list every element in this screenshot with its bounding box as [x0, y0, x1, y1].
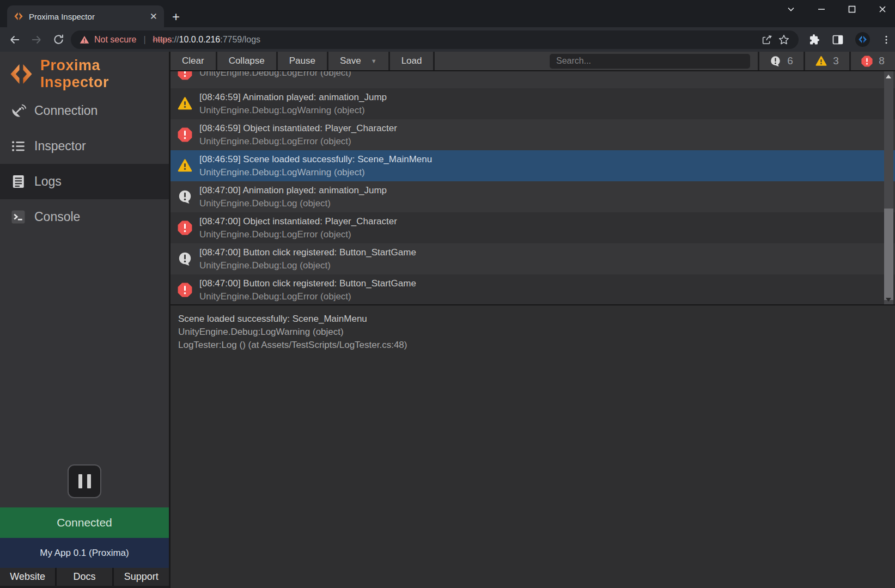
maximize-button[interactable]	[846, 3, 858, 15]
log-stack-trace: UnityEngine.Debug:LogError (object)	[199, 290, 416, 303]
scrollbar-down-arrow-icon[interactable]	[886, 298, 891, 302]
proxima-logo-icon	[9, 62, 34, 87]
log-stack-trace: UnityEngine.Debug:Log (object)	[199, 197, 387, 210]
warning-count-badge[interactable]: 3	[803, 52, 849, 70]
sidebar-item-label: Console	[34, 210, 80, 224]
log-row[interactable]: [08:47:00] Button click registered: Butt…	[171, 274, 895, 305]
scrollbar-thumb[interactable]	[884, 209, 893, 300]
clear-button[interactable]: Clear	[171, 52, 217, 70]
bookmark-star-icon[interactable]	[778, 34, 790, 46]
app-title: Proxima Inspector	[40, 57, 169, 91]
collapse-button[interactable]: Collapse	[217, 52, 278, 70]
reload-button[interactable]	[51, 33, 65, 47]
error-log-icon	[861, 56, 873, 67]
search-input[interactable]	[550, 54, 750, 69]
log-stack-trace: UnityEngine.Debug:LogWarning (object)	[199, 104, 387, 117]
pause-icon	[78, 474, 82, 488]
log-list-scrollbar[interactable]	[884, 71, 893, 304]
connection-status-badge: Connected	[0, 507, 169, 538]
sidebar-item-label: Logs	[34, 174, 62, 189]
minimize-button[interactable]	[815, 3, 827, 15]
log-stack-trace: UnityEngine.Debug:LogError (object)	[199, 228, 397, 241]
scrollbar-up-arrow-icon[interactable]	[886, 75, 891, 78]
document-lines-icon	[10, 174, 26, 189]
log-row[interactable]: [08:46:59] Object instantiated: Player_C…	[171, 119, 895, 150]
browser-menu-icon[interactable]	[881, 34, 892, 45]
footer-link-website[interactable]: Website	[0, 568, 55, 586]
save-button[interactable]: Save ▼	[328, 52, 390, 70]
side-panel-icon[interactable]	[831, 33, 844, 46]
log-level-icon	[178, 158, 192, 173]
browser-titlebar: Proxima Inspector ✕ +	[0, 0, 895, 27]
sidebar-item-logs[interactable]: Logs	[0, 164, 169, 199]
url-path: :7759/logs	[220, 35, 260, 44]
forward-button[interactable]	[29, 33, 44, 47]
log-row[interactable]: [08:46:59] Animation played: animation_J…	[171, 88, 895, 119]
satellite-dish-icon	[10, 103, 26, 119]
sidebar-nav: Connection Inspector	[0, 93, 169, 235]
detail-stack-line: LogTester:Log () (at Assets/TestScripts/…	[178, 339, 887, 352]
address-bar[interactable]: Not secure | https://10.0.0.216:7759/log…	[71, 30, 799, 49]
profile-avatar[interactable]	[855, 32, 870, 47]
tab-close-icon[interactable]: ✕	[150, 12, 157, 21]
error-count-badge[interactable]: 8	[849, 52, 895, 70]
pause-button[interactable]: Pause	[278, 52, 328, 70]
omnibox-divider: |	[143, 35, 145, 45]
log-level-icon	[178, 220, 192, 235]
url-text[interactable]: https://10.0.0.216:7759/logs	[153, 35, 261, 45]
log-stack-trace: UnityEngine.Debug:LogError (object)	[199, 135, 397, 148]
tab-title: Proxima Inspector	[29, 12, 144, 21]
log-row[interactable]: [08:46:59] Scene loaded successfully: Sc…	[171, 150, 895, 181]
info-count-badge[interactable]: 6	[758, 52, 803, 70]
log-message: [08:47:00] Button click registered: Butt…	[199, 246, 416, 259]
log-list: UnityEngine.Debug:LogError (object) [08:…	[171, 71, 895, 305]
back-button[interactable]	[8, 33, 22, 47]
not-secure-label[interactable]: Not secure	[94, 35, 136, 45]
log-row[interactable]: [08:47:00] Button click registered: Butt…	[171, 243, 895, 274]
footer-link-support[interactable]: Support	[114, 568, 169, 586]
browser-window: Proxima Inspector ✕ +	[0, 0, 895, 588]
tab-search-chevron-icon[interactable]	[785, 3, 797, 15]
app-info-bar: My App 0.1 (Proxima)	[0, 538, 169, 568]
log-message: [08:47:00] Object instantiated: Player_C…	[199, 215, 397, 228]
footer-link-docs[interactable]: Docs	[57, 568, 112, 586]
log-message: [08:46:59] Animation played: animation_J…	[199, 91, 387, 104]
log-row[interactable]: [08:47:00] Object instantiated: Player_C…	[171, 212, 895, 243]
extensions-puzzle-icon[interactable]	[807, 33, 820, 46]
sidebar-item-console[interactable]: Console	[0, 199, 169, 235]
info-log-icon	[770, 56, 781, 67]
new-tab-button[interactable]: +	[172, 9, 180, 24]
log-row[interactable]: UnityEngine.Debug:LogError (object)	[171, 71, 895, 88]
error-count: 8	[879, 55, 885, 67]
sidebar-item-label: Connection	[34, 103, 98, 118]
log-stack-trace: UnityEngine.Debug:LogError (object)	[199, 71, 351, 79]
sidebar-bottom-strip	[0, 586, 169, 588]
log-level-icon	[178, 96, 192, 111]
logs-toolbar: Clear Collapse Pause Save ▼ Load 6	[171, 52, 895, 71]
log-level-icon	[178, 127, 192, 142]
log-stack-trace: UnityEngine.Debug:LogWarning (object)	[199, 166, 432, 179]
url-separator: ://	[172, 35, 179, 44]
sidebar-item-connection[interactable]: Connection	[0, 93, 169, 128]
detail-message: Scene loaded successfully: Scene_MainMen…	[178, 313, 887, 326]
sidebar-item-inspector[interactable]: Inspector	[0, 128, 169, 164]
terminal-icon	[10, 209, 26, 225]
log-message: [08:46:59] Object instantiated: Player_C…	[199, 122, 397, 135]
save-dropdown-caret-icon[interactable]: ▼	[371, 58, 377, 64]
browser-tab[interactable]: Proxima Inspector ✕	[7, 5, 164, 27]
pause-stream-button[interactable]	[68, 464, 101, 498]
log-stack-trace: UnityEngine.Debug:Log (object)	[199, 259, 416, 272]
share-icon[interactable]	[761, 34, 773, 46]
logs-panel: Clear Collapse Pause Save ▼ Load 6	[169, 52, 895, 588]
app-logo: Proxima Inspector	[0, 52, 169, 85]
load-button[interactable]: Load	[390, 52, 435, 70]
close-window-button[interactable]	[876, 3, 888, 15]
bulleted-list-icon	[10, 138, 26, 154]
log-message: [08:47:00] Button click registered: Butt…	[199, 277, 416, 290]
log-level-icon	[178, 252, 192, 266]
url-host: 10.0.0.216	[179, 35, 221, 44]
proxima-favicon-icon	[14, 11, 23, 21]
browser-navbar: Not secure | https://10.0.0.216:7759/log…	[0, 27, 895, 52]
log-level-icon	[178, 283, 192, 297]
log-row[interactable]: [08:47:00] Animation played: animation_J…	[171, 181, 895, 212]
